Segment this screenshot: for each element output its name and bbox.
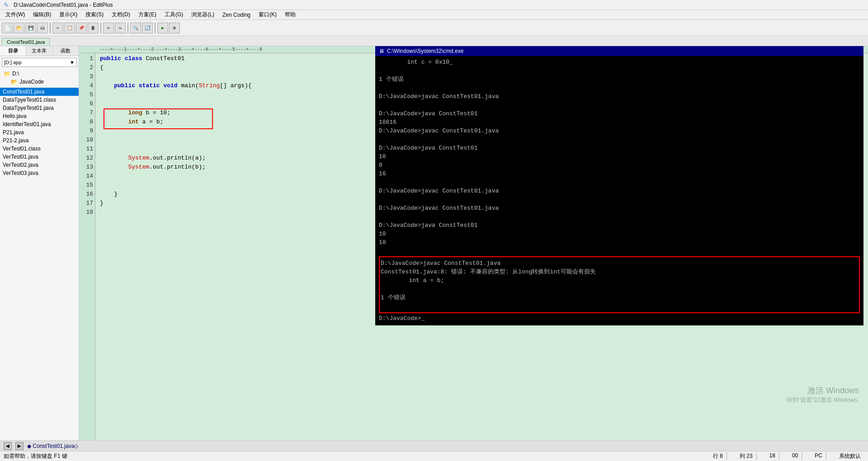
- chevron-down-icon: ▼: [70, 60, 75, 65]
- sidebar-tab-lib[interactable]: 文本库: [26, 46, 52, 56]
- cmd-line-javac1: D:\JavaCode>javac ConstTest01.java: [379, 92, 860, 101]
- drive-label: [D:] app: [4, 60, 22, 65]
- file-item-vertest03[interactable]: VerTest03.java: [0, 169, 79, 177]
- cmd-window[interactable]: 🖥 C:\Windows\System32\cmd.exe int c = 0x…: [375, 46, 863, 325]
- cmd-line-out6: 10: [379, 238, 860, 247]
- status-encoding: 系统默认: [835, 452, 864, 460]
- cmd-line-javac5: D:\JavaCode>javac ConstTest01.java: [381, 259, 858, 268]
- cmd-icon: 🖥: [379, 48, 384, 54]
- cmd-line-blank6: [379, 195, 860, 204]
- file-item-identifier[interactable]: IdentifierTest01.java: [0, 120, 79, 128]
- file-item-vertest01[interactable]: VerTest01.java: [0, 153, 79, 161]
- tree-item-d[interactable]: 📁 D:\: [2, 70, 77, 78]
- title-text: D:\JavaCode\ConstTest01.java - EditPlus: [14, 2, 113, 8]
- file-item-p21-2[interactable]: P21-2.java: [0, 136, 79, 145]
- redo-button[interactable]: ↪: [115, 23, 126, 33]
- file-item-datatpye-java[interactable]: DataTpyeTest01.java: [0, 104, 79, 112]
- sidebar-tree: 📁 D:\ 📂 JavaCode: [0, 69, 79, 87]
- toolbar: 📄 📂 💾 🗂 ✂ 📋 📌 🗑 ↩ ↪ 🔍 🔄 ▶ ⚙: [0, 20, 868, 36]
- cmd-line-out1: 10816: [379, 118, 860, 127]
- status-right: 行 8 列 23 18 00 PC 系统默认: [709, 452, 864, 460]
- cmd-line-err-detail: ConstTest01.java:8: 错误: 不兼容的类型: 从long转换到…: [381, 268, 858, 276]
- tab-consttest01[interactable]: ConstTest01.java: [2, 38, 50, 46]
- cmd-line-blank9: [381, 285, 858, 293]
- file-item-datatpye-class[interactable]: DataTpyeTest01.class: [0, 96, 79, 104]
- file-item-vertest-class[interactable]: VerTest01.class: [0, 145, 79, 153]
- status-num2: 00: [788, 452, 802, 460]
- cmd-line-1: int c = 0x10_: [379, 58, 860, 66]
- cmd-line-blank3: [379, 101, 860, 109]
- menu-window[interactable]: 窗口(K): [255, 10, 280, 19]
- cmd-title-text: C:\Windows\System32\cmd.exe: [387, 48, 463, 54]
- cmd-line-blank2: [379, 84, 860, 92]
- tree-item-javacode[interactable]: 📂 JavaCode: [2, 78, 77, 86]
- cmd-line-out4: 16: [379, 169, 860, 178]
- bottom-file-label: ◆ ConstTest01.java◇: [27, 443, 78, 449]
- menu-search[interactable]: 搜索(S): [82, 10, 107, 19]
- cmd-line-java2: D:\JavaCode>java ConstTest01: [379, 144, 860, 152]
- line-numbers: 12345 678910 1112131415 161718: [79, 53, 95, 440]
- cmd-line-java3: D:\JavaCode>java ConstTest01: [379, 221, 860, 230]
- undo-button[interactable]: ↩: [103, 23, 114, 33]
- cmd-line-err-code: int a = b;: [381, 276, 858, 285]
- cmd-line-blank7: [379, 212, 860, 221]
- nav-left-arrow[interactable]: ◀: [4, 442, 12, 450]
- tab-bar: ConstTest01.java: [0, 36, 868, 46]
- cmd-line-err2: 1 个错误: [381, 293, 858, 302]
- delete-button[interactable]: 🗑: [88, 23, 99, 33]
- cmd-line-blank5: [379, 178, 860, 187]
- sidebar: 目录 文本库 函数 [D:] app ▼ 📁 D:\ 📂 JavaCode Co…: [0, 46, 79, 440]
- file-item-hello[interactable]: Hello.java: [0, 112, 79, 120]
- menu-help[interactable]: 帮助: [281, 10, 299, 19]
- cmd-error-section: D:\JavaCode>javac ConstTest01.java Const…: [379, 256, 860, 313]
- find-button[interactable]: 🔍: [130, 23, 141, 33]
- open-button[interactable]: 📂: [14, 23, 24, 33]
- menu-edit[interactable]: 编辑(B): [29, 10, 55, 19]
- status-pc: PC: [811, 452, 826, 460]
- cmd-line-out3: 8: [379, 161, 860, 169]
- bottom-bar: ◀ ▶ ◆ ConstTest01.java◇: [0, 440, 868, 451]
- menu-view[interactable]: 显示(X): [56, 10, 81, 19]
- status-num1: 18: [766, 452, 779, 460]
- cmd-line-blank4: [379, 135, 860, 144]
- sidebar-tab-fn[interactable]: 函数: [53, 46, 79, 56]
- save-all-button[interactable]: 🗂: [37, 23, 48, 33]
- nav-right-arrow[interactable]: ▶: [15, 442, 24, 450]
- run-button[interactable]: ▶: [157, 23, 168, 33]
- cmd-content: int c = 0x10_ 1 个错误 D:\JavaCode>javac Co…: [375, 56, 863, 325]
- tree-item-label-d: D:\: [12, 71, 19, 77]
- cmd-line-javac4: D:\JavaCode>javac ConstTest01.java: [379, 204, 860, 212]
- main-container: 目录 文本库 函数 [D:] app ▼ 📁 D:\ 📂 JavaCode Co…: [0, 46, 868, 440]
- cmd-line-prompt: D:\JavaCode>_: [379, 314, 860, 323]
- replace-button[interactable]: 🔄: [142, 23, 153, 33]
- title-bar: ✎ D:\JavaCode\ConstTest01.java - EditPlu…: [0, 0, 868, 10]
- copy-button[interactable]: 📋: [64, 23, 75, 33]
- menu-scheme[interactable]: 方案(E): [135, 10, 160, 19]
- compile-button[interactable]: ⚙: [169, 23, 180, 33]
- cmd-line-err1: 1 个错误: [379, 75, 860, 84]
- cmd-line-javac2: D:\JavaCode>javac ConstTest01.java: [379, 127, 860, 135]
- paste-button[interactable]: 📌: [76, 23, 87, 33]
- menu-file[interactable]: 文件(W): [2, 10, 28, 19]
- drive-select[interactable]: [D:] app ▼: [2, 58, 77, 67]
- cut-button[interactable]: ✂: [52, 23, 63, 33]
- sidebar-tab-dir[interactable]: 目录: [0, 46, 26, 56]
- cmd-title-bar: 🖥 C:\Windows\System32\cmd.exe: [375, 46, 863, 56]
- file-list: ConstTest01.java DataTpyeTest01.class Da…: [0, 87, 79, 440]
- cmd-line-out5: 10: [379, 230, 860, 238]
- file-item-p21[interactable]: P21.java: [0, 128, 79, 136]
- menu-zen[interactable]: Zen Coding: [219, 11, 254, 19]
- sidebar-tabs: 目录 文本库 函数: [0, 46, 79, 56]
- cmd-line-blank1: [379, 66, 860, 75]
- app-icon: ✎: [4, 1, 11, 9]
- new-button[interactable]: 📄: [2, 23, 13, 33]
- help-text: 如需帮助，请按键盘 F1 键: [4, 452, 700, 460]
- save-button[interactable]: 💾: [25, 23, 36, 33]
- menu-browser[interactable]: 浏览器(L): [188, 10, 218, 19]
- menu-tools[interactable]: 工具(G): [161, 10, 187, 19]
- file-item-vertest02[interactable]: VerTest02.java: [0, 161, 79, 169]
- menu-doc[interactable]: 文档(D): [108, 10, 134, 19]
- cmd-line-blank10: [381, 302, 858, 310]
- editor-area: ----+----1----+----2----+----3----+----4…: [79, 46, 868, 440]
- file-item-consttest01[interactable]: ConstTest01.java: [0, 88, 79, 96]
